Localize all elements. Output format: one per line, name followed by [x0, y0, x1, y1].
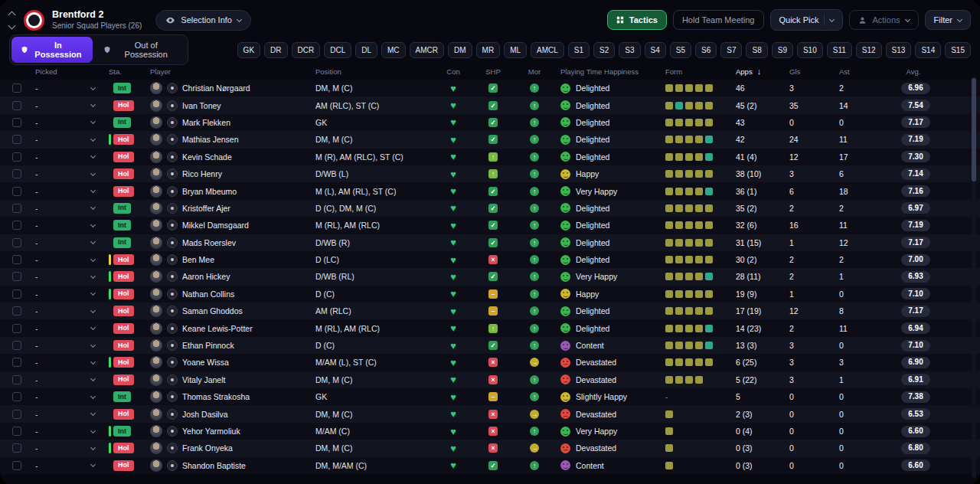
position-chip-amcl[interactable]: AMCL [531, 42, 564, 58]
position-chip-mc[interactable]: MC [381, 42, 406, 58]
filter-button[interactable]: Filter [925, 10, 971, 30]
table-row[interactable]: - Int Mikkel Damsgaard M (RL), AM (RLC) … [0, 217, 980, 234]
player-cell[interactable]: Yoane Wissa [145, 356, 311, 368]
player-cell[interactable]: Saman Ghoddos [145, 305, 311, 317]
table-row[interactable]: - Hol Saman Ghoddos AM (RLC) ♥ – ↑ Delig… [0, 302, 980, 319]
table-row[interactable]: - Hol Ivan Toney AM (RLC), ST (C) ♥ ✓ ↑ … [0, 96, 980, 113]
player-name[interactable]: Christian Nørgaard [182, 83, 250, 93]
player-name[interactable]: Mark Flekken [182, 118, 230, 127]
row-checkbox[interactable] [12, 238, 21, 247]
picked-dropdown[interactable]: - [31, 255, 104, 264]
player-cell[interactable]: Vitaly Janelt [145, 374, 311, 386]
position-chip-s15[interactable]: S15 [945, 42, 971, 58]
position-chip-dl[interactable]: DL [355, 42, 377, 58]
row-checkbox[interactable] [12, 324, 21, 333]
picked-dropdown[interactable]: - [31, 392, 104, 401]
player-cell[interactable]: Mads Roerslev [145, 237, 311, 249]
row-checkbox[interactable] [12, 83, 21, 93]
selection-info-dropdown[interactable]: Selection Info [155, 10, 251, 31]
player-name[interactable]: Aaron Hickey [182, 272, 230, 281]
row-checkbox[interactable] [12, 358, 21, 367]
player-cell[interactable]: Nathan Collins [145, 288, 311, 300]
col-con[interactable]: Con [433, 67, 473, 76]
position-chip-amcr[interactable]: AMCR [410, 42, 444, 58]
position-chip-s14[interactable]: S14 [915, 42, 941, 58]
table-row[interactable]: - Int Thomas Strakosha GK ♥ – ↑ Slightly… [0, 388, 980, 405]
position-chip-s9[interactable]: S9 [772, 42, 793, 58]
picked-dropdown[interactable]: - [31, 443, 104, 453]
picked-dropdown[interactable]: - [31, 410, 104, 419]
picked-dropdown[interactable]: - [31, 118, 104, 127]
col-position[interactable]: Position [311, 67, 433, 76]
position-chip-s4[interactable]: S4 [645, 42, 666, 58]
picked-dropdown[interactable]: - [31, 83, 104, 93]
position-chip-s6[interactable]: S6 [695, 42, 717, 58]
player-cell[interactable]: Shandon Baptiste [145, 459, 311, 472]
picked-dropdown[interactable]: - [31, 289, 104, 299]
position-chip-s1[interactable]: S1 [568, 42, 590, 58]
player-cell[interactable]: Bryan Mbeumo [145, 185, 311, 198]
player-cell[interactable]: Rico Henry [145, 168, 311, 180]
position-chip-s2[interactable]: S2 [593, 42, 615, 58]
position-chip-mr[interactable]: MR [476, 42, 501, 58]
player-name[interactable]: Ben Mee [182, 255, 214, 264]
picked-dropdown[interactable]: - [31, 375, 104, 384]
position-chip-ml[interactable]: ML [504, 42, 527, 58]
out-of-possession-button[interactable]: Out of Possession [94, 37, 186, 63]
player-cell[interactable]: Kristoffer Ajer [145, 202, 311, 214]
picked-dropdown[interactable]: - [31, 306, 104, 316]
player-cell[interactable]: Frank Onyeka [145, 442, 311, 454]
row-checkbox[interactable] [12, 289, 21, 299]
row-checkbox[interactable] [12, 187, 21, 196]
player-cell[interactable]: Ethan Pinnock [145, 339, 311, 352]
position-chip-dr[interactable]: DR [264, 42, 287, 58]
picked-dropdown[interactable]: - [31, 221, 104, 230]
table-row[interactable]: - Int Yehor Yarmoliuk M/AM (C) ♥ × ↑ Ver… [0, 423, 980, 440]
col-picked[interactable]: Picked [31, 67, 104, 76]
row-checkbox[interactable] [12, 135, 21, 144]
table-row[interactable]: - Hol Shandon Baptiste DM, M/AM (C) ♥ ✓ … [0, 457, 980, 474]
hold-team-meeting-button[interactable]: Hold Team Meeting [673, 10, 764, 30]
picked-dropdown[interactable]: - [31, 152, 104, 162]
player-name[interactable]: Josh Dasilva [182, 410, 228, 419]
row-checkbox[interactable] [12, 375, 21, 384]
row-checkbox[interactable] [12, 443, 21, 453]
player-cell[interactable]: Keane Lewis-Potter [145, 322, 311, 335]
table-row[interactable]: - Hol Mathias Jensen DM, M (C) ♥ ✓ ↑ Del… [0, 131, 980, 148]
player-name[interactable]: Thomas Strakosha [182, 392, 250, 401]
player-name[interactable]: Yehor Yarmoliuk [182, 427, 240, 436]
picked-dropdown[interactable]: - [31, 341, 104, 350]
row-checkbox[interactable] [12, 101, 21, 110]
player-cell[interactable]: Mathias Jensen [145, 133, 311, 146]
position-chip-dcr[interactable]: DCR [292, 42, 321, 58]
player-cell[interactable]: Ben Mee [145, 253, 311, 266]
table-row[interactable]: - Hol Yoane Wissa M/AM (L), ST (C) ♥ × →… [0, 354, 980, 371]
col-avg[interactable]: Avg. [884, 67, 942, 76]
position-chip-s13[interactable]: S13 [886, 42, 912, 58]
col-player[interactable]: Player [145, 67, 311, 76]
row-checkbox[interactable] [12, 221, 21, 230]
picked-dropdown[interactable]: - [31, 324, 104, 333]
table-row[interactable]: - Hol Ethan Pinnock D (C) ♥ ✓ ↑ Content … [0, 337, 980, 354]
col-apps[interactable]: Apps ↓ [731, 67, 785, 76]
position-chip-s8[interactable]: S8 [746, 42, 767, 58]
player-name[interactable]: Ivan Toney [182, 101, 221, 110]
row-checkbox[interactable] [12, 461, 21, 470]
actions-button[interactable]: Actions [849, 10, 918, 30]
picked-dropdown[interactable]: - [31, 204, 104, 213]
table-row[interactable]: - Hol Aaron Hickey D/WB (RL) ♥ ✓ ↑ Very … [0, 268, 980, 285]
picked-dropdown[interactable]: - [31, 461, 104, 470]
row-checkbox[interactable] [12, 341, 21, 350]
row-checkbox[interactable] [12, 272, 21, 281]
player-cell[interactable]: Aaron Hickey [145, 270, 311, 283]
player-name[interactable]: Nathan Collins [182, 289, 234, 299]
chevron-up-icon[interactable] [8, 11, 16, 18]
row-checkbox[interactable] [12, 255, 21, 264]
player-name[interactable]: Shandon Baptiste [182, 461, 246, 470]
picked-dropdown[interactable]: - [31, 358, 104, 367]
player-name[interactable]: Kristoffer Ajer [182, 204, 230, 213]
row-checkbox[interactable] [12, 410, 21, 419]
row-checkbox[interactable] [12, 118, 21, 127]
picked-dropdown[interactable]: - [31, 427, 104, 436]
scrollbar-thumb[interactable] [972, 78, 976, 182]
